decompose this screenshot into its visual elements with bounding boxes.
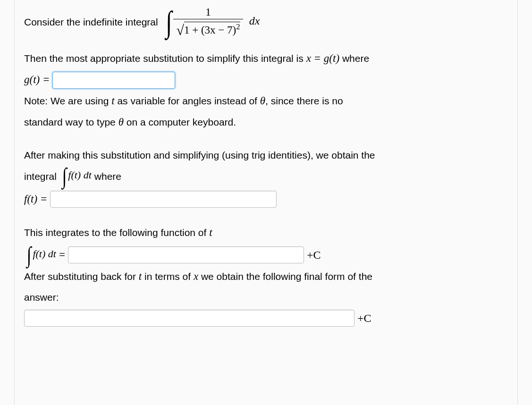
note-1b: as variable for angles instead of [115, 95, 260, 106]
after-sub-line1: After making this substitution and simpl… [24, 147, 508, 163]
note-2b: on a computer keyboard. [124, 117, 236, 127]
fraction-numerator: 1 [173, 6, 243, 19]
back-sub-x: x [194, 270, 198, 282]
after-sub-text-a: integral [24, 169, 57, 185]
integrate-var-t: t [209, 227, 212, 238]
ft-dt-2: f(t) dt [33, 248, 56, 260]
radicand-base: 1 + (3x − 7) [184, 24, 236, 36]
integral-ft-dt: ∫ f(t) dt [61, 167, 92, 186]
ft-dt: f(t) dt [68, 169, 92, 181]
intro-line: Consider the indefinite integral ∫ 1 √ 1… [24, 7, 508, 38]
equals-sign: = [59, 246, 65, 264]
intro-text: Consider the indefinite integral [24, 17, 158, 28]
fraction-denominator: √ 1 + (3x − 7)2 [173, 19, 243, 37]
integral-ft-dt-2: ∫ f(t) dt [26, 245, 56, 265]
note-line1: Note: We are using t as variable for ang… [24, 93, 508, 110]
integrand-fraction: 1 √ 1 + (3x − 7)2 [173, 6, 243, 37]
integral-symbol: ∫ [166, 8, 172, 36]
integral-result-line: ∫ f(t) dt = +C [24, 245, 508, 265]
sub-eq: x = g(t) [306, 52, 339, 64]
back-sub-c: we obtain the following final form of th… [198, 271, 372, 282]
f-of-t-label: f(t) = [24, 191, 47, 208]
integral-result-input[interactable] [68, 246, 304, 263]
back-sub-b: in terms of [142, 271, 194, 282]
sub-where: where [342, 53, 369, 64]
f-of-t-line: f(t) = [24, 191, 508, 208]
after-sub-line2: integral ∫ f(t) dt where [24, 167, 508, 186]
back-sub-a: After substituting back for [24, 271, 139, 282]
final-answer-line: +C [24, 309, 508, 327]
note-theta-2: θ [118, 116, 124, 128]
g-of-t-line: g(t) = [24, 71, 508, 89]
differential-dx: dx [249, 15, 260, 27]
integrate-prompt: This integrates to the following functio… [24, 224, 508, 242]
integrate-text-a: This integrates to the following functio… [24, 227, 209, 238]
note-1a: Note: We are using [24, 95, 111, 106]
integral-symbol-2: ∫ [62, 167, 67, 186]
note-2a: standard way to type [24, 117, 118, 127]
substitution-prompt: Then the most appropriate substitution t… [24, 50, 508, 68]
after-sub-text-b: where [94, 169, 121, 185]
integral-symbol-3: ∫ [27, 245, 32, 265]
note-line2: standard way to type θ on a computer key… [24, 114, 508, 131]
radicand-exp: 2 [236, 22, 240, 31]
f-of-t-input[interactable] [50, 191, 277, 208]
note-theta-1: θ [260, 95, 265, 107]
back-sub-line1: After substituting back for t in terms o… [24, 268, 508, 286]
problem-container: Consider the indefinite integral ∫ 1 √ 1… [14, 0, 518, 405]
note-1c: , since there is no [265, 95, 343, 106]
g-of-t-input[interactable] [52, 72, 175, 89]
indefinite-integral: ∫ 1 √ 1 + (3x − 7)2 dx [165, 7, 260, 38]
g-of-t-label: g(t) = [24, 71, 50, 89]
final-answer-input[interactable] [24, 310, 355, 327]
plus-c-2: +C [357, 309, 372, 327]
sqrt-symbol: √ [176, 22, 184, 38]
sub-text-1: Then the most appropriate substitution t… [24, 53, 306, 64]
back-sub-line2: answer: [24, 289, 508, 305]
plus-c-1: +C [307, 246, 321, 264]
